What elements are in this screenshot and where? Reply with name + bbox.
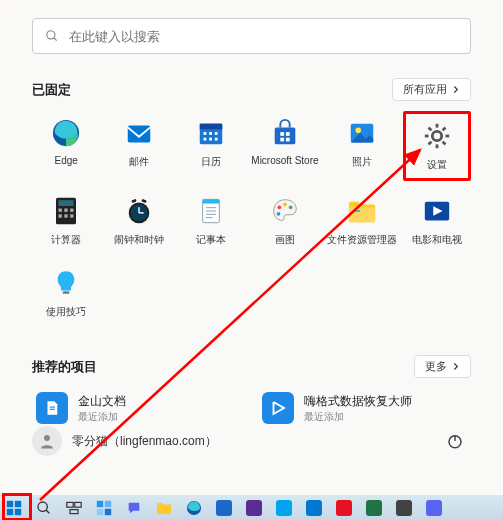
svg-rect-10 [209,138,212,141]
svg-rect-32 [70,209,73,212]
recommended-title: 推荐的项目 [32,358,97,376]
taskbar-taskview[interactable] [64,498,84,518]
app-paint[interactable]: 画图 [249,189,320,253]
clock-icon [123,195,155,227]
svg-line-1 [54,38,57,41]
svg-rect-53 [352,210,360,212]
svg-rect-3 [127,126,150,143]
app-icon [246,500,262,516]
photos-icon [346,117,378,149]
svg-point-50 [289,205,293,209]
svg-line-24 [428,128,431,131]
svg-point-19 [432,131,441,140]
svg-point-49 [283,203,287,207]
pinned-grid: Edge 邮件 日历 Microsoft Store 照片 [32,111,471,325]
svg-rect-56 [63,291,70,294]
taskbar-edge[interactable] [184,498,204,518]
windows-icon [6,500,22,516]
app-icon [336,500,352,516]
app-settings[interactable]: 设置 [403,111,471,181]
taskbar-search[interactable] [34,498,54,518]
taskbar-app[interactable] [214,498,234,518]
svg-rect-12 [275,127,296,144]
svg-rect-16 [286,138,290,142]
taskbar-start-button[interactable] [4,498,24,518]
edge-icon [186,500,202,516]
taskbar-explorer[interactable] [154,498,174,518]
pinned-title: 已固定 [32,81,71,99]
svg-line-25 [442,142,445,145]
svg-rect-13 [280,132,284,136]
svg-point-48 [277,205,281,209]
svg-rect-58 [50,409,55,410]
taskbar-app[interactable] [274,498,294,518]
svg-rect-69 [75,502,81,507]
app-icon [276,500,292,516]
svg-rect-64 [7,508,13,514]
svg-rect-68 [67,502,73,507]
app-calculator[interactable]: 计算器 [32,189,100,253]
taskbar-chat[interactable] [124,498,144,518]
power-icon [446,432,464,450]
app-icon [396,500,412,516]
taskbar [0,495,503,520]
svg-rect-73 [97,508,103,514]
app-store[interactable]: Microsoft Store [249,111,320,181]
svg-rect-34 [65,214,68,217]
svg-rect-74 [105,508,111,514]
app-notepad[interactable]: 记事本 [177,189,245,253]
taskbar-app[interactable] [364,498,384,518]
svg-rect-7 [209,132,212,135]
taskbar-app[interactable] [424,498,444,518]
app-mail[interactable]: 邮件 [104,111,172,181]
app-edge[interactable]: Edge [32,111,100,181]
user-icon [38,432,56,450]
svg-line-26 [428,142,431,145]
taskbar-widgets[interactable] [94,498,114,518]
taskbar-app[interactable] [394,498,414,518]
svg-point-59 [44,435,50,441]
svg-rect-71 [97,500,103,506]
svg-rect-15 [280,138,284,142]
app-tips[interactable]: 使用技巧 [32,261,100,325]
notepad-icon [195,195,227,227]
app-movies[interactable]: 电影和电视 [403,189,471,253]
search-icon [36,500,52,516]
svg-rect-70 [70,509,78,513]
user-account[interactable]: 零分猫（lingfenmao.com） [32,426,217,456]
widgets-icon [96,500,112,516]
power-button[interactable] [439,425,471,457]
taskbar-app[interactable] [334,498,354,518]
search-bar[interactable] [32,18,471,54]
svg-rect-29 [59,200,74,206]
taskbar-app[interactable] [244,498,264,518]
svg-rect-72 [105,500,111,506]
svg-rect-57 [50,407,55,408]
recommended-item[interactable]: 金山文档 最近添加 [32,388,246,428]
svg-rect-62 [7,500,13,506]
taskview-icon [66,501,82,515]
svg-rect-35 [70,214,73,217]
svg-rect-30 [59,209,62,212]
app-explorer[interactable]: 文件资源管理器 [325,189,399,253]
calculator-icon [50,195,82,227]
svg-rect-52 [348,207,374,222]
app-icon [426,500,442,516]
taskbar-app[interactable] [304,498,324,518]
all-apps-button[interactable]: 所有应用 [392,78,471,101]
tips-icon [50,267,82,299]
recommended-header: 推荐的项目 更多 [32,355,471,378]
movies-icon [421,195,453,227]
svg-rect-63 [15,500,21,506]
svg-rect-40 [131,199,136,203]
svg-line-27 [442,128,445,131]
svg-rect-5 [200,124,223,130]
calendar-icon [195,117,227,149]
recommended-item[interactable]: 嗨格式数据恢复大师 最近添加 [258,388,472,428]
chat-icon [126,500,142,516]
more-button[interactable]: 更多 [414,355,471,378]
app-photos[interactable]: 照片 [325,111,399,181]
app-calendar[interactable]: 日历 [177,111,245,181]
app-clock[interactable]: 闹钟和时钟 [104,189,172,253]
search-input[interactable] [69,29,458,44]
